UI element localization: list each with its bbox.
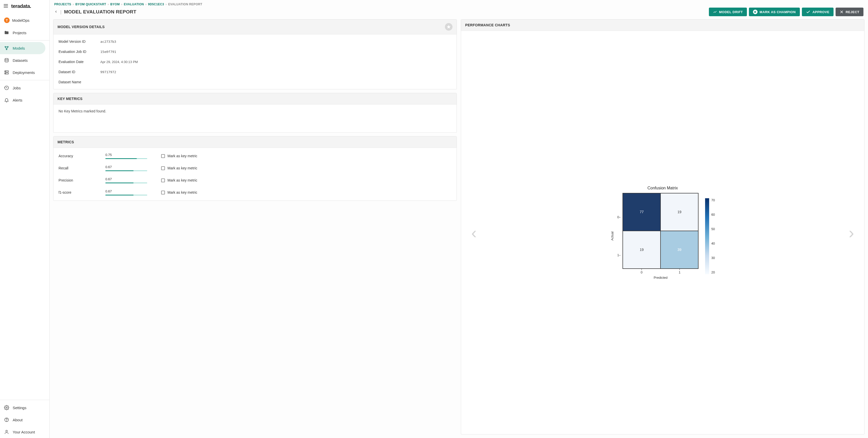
context-badge-icon: T — [4, 18, 10, 23]
chart-xlabel: Predicted — [622, 276, 699, 279]
sidebar-item-label: Settings — [13, 406, 26, 410]
metric-bar — [105, 158, 147, 159]
colorbar-tick: 60 — [711, 213, 715, 216]
star-icon — [446, 25, 451, 29]
mark-key-metric-checkbox[interactable]: Mark as key metric — [161, 178, 452, 182]
sidebar-item-deployments[interactable]: Deployments — [0, 66, 50, 78]
checkbox-icon — [161, 166, 165, 170]
checkbox-icon — [161, 154, 165, 158]
chart-prev-button[interactable]: ‹ — [471, 225, 476, 241]
colorbar-tick: 20 — [711, 270, 715, 274]
performance-title: PERFORMANCE CHARTS — [465, 23, 510, 27]
context-switcher[interactable]: T ModelOps — [0, 14, 50, 27]
y-tick: 1 — [617, 253, 619, 257]
model-drift-button[interactable]: MODEL DRIFT — [709, 8, 747, 16]
mark-key-metric-checkbox[interactable]: Mark as key metric — [161, 166, 452, 170]
sidebar-item-datasets[interactable]: Datasets — [0, 54, 50, 66]
sidebar-item-alerts[interactable]: Alerts — [0, 94, 50, 106]
sidebar-item-label: Your Account — [13, 430, 35, 434]
star-circle-icon: ★ — [753, 10, 757, 14]
metric-value: 0.67 — [105, 190, 156, 193]
detail-label: Evaluation Date — [59, 60, 100, 64]
reject-button[interactable]: REJECT — [836, 8, 863, 16]
mark-key-metric-checkbox[interactable]: Mark as key metric — [161, 191, 452, 195]
close-icon — [840, 10, 844, 14]
mark-key-label: Mark as key metric — [167, 191, 197, 195]
metric-name: Recall — [59, 166, 100, 170]
mark-key-label: Mark as key metric — [167, 166, 197, 170]
confusion-matrix: 77191939 — [622, 193, 699, 269]
alerts-icon — [4, 98, 9, 103]
detail-row: Model Version IDac2737b3 — [54, 36, 457, 46]
svg-point-5 — [6, 49, 7, 49]
svg-line-6 — [6, 47, 6, 49]
metric-bar — [105, 170, 147, 171]
x-tick: 0 — [641, 270, 643, 274]
check-icon — [806, 10, 810, 14]
sidebar-item-label: Models — [13, 46, 25, 50]
approve-button[interactable]: APPROVE — [802, 8, 834, 16]
sidebar-item-about[interactable]: About — [0, 414, 50, 426]
breadcrumb-item[interactable]: EVALUATION — [124, 3, 144, 6]
breadcrumb-item[interactable]: 9D5C1EC3 — [148, 3, 164, 6]
svg-point-9 — [5, 59, 8, 60]
sidebar-item-settings[interactable]: Settings — [0, 402, 50, 414]
drift-icon — [713, 10, 717, 14]
metrics-title: METRICS — [58, 140, 74, 144]
svg-point-4 — [7, 46, 8, 47]
colorbar-tick: 70 — [711, 198, 715, 202]
matrix-cell: 39 — [660, 231, 698, 269]
detail-label: Dataset Name — [59, 80, 100, 84]
metric-bar — [105, 195, 147, 196]
sidebar-item-jobs[interactable]: Jobs — [0, 82, 50, 94]
sidebar-item-label: About — [13, 418, 23, 422]
favorite-star-button[interactable] — [445, 23, 453, 31]
sidebar-item-label: Deployments — [13, 70, 35, 75]
svg-point-3 — [5, 46, 6, 47]
breadcrumb-item[interactable]: BYOM QUICKSTART — [75, 3, 106, 6]
chart-next-button[interactable]: › — [849, 225, 854, 241]
svg-point-15 — [6, 407, 7, 408]
colorbar — [705, 198, 709, 274]
sidebar-item-models[interactable]: Models — [0, 42, 45, 54]
mark-champion-button[interactable]: ★ MARK AS CHAMPION — [749, 8, 800, 16]
chart-title: Confusion Matrix — [647, 186, 678, 191]
settings-icon — [4, 405, 9, 410]
sidebar-item-projects[interactable]: Projects — [0, 27, 50, 39]
models-icon — [4, 45, 9, 50]
metric-row: f1-score0.67Mark as key metric — [54, 186, 457, 199]
back-icon[interactable] — [54, 9, 58, 15]
sidebar-item-label: Alerts — [13, 98, 22, 102]
breadcrumb-item[interactable]: BYOM — [110, 3, 120, 6]
svg-point-17 — [6, 421, 7, 421]
details-card-title: MODEL VERSION DETAILS — [58, 25, 105, 29]
mark-key-metric-checkbox[interactable]: Mark as key metric — [161, 154, 452, 158]
breadcrumb-separator: › — [108, 3, 109, 6]
metric-value: 0.75 — [105, 153, 156, 157]
chart-ylabel: Actual — [610, 231, 614, 240]
breadcrumb-item[interactable]: PROJECTS — [54, 3, 71, 6]
colorbar-tick: 40 — [711, 241, 715, 245]
performance-charts-card: PERFORMANCE CHARTS ‹ › Confusion Matrix … — [461, 19, 864, 434]
metric-row: Accuracy0.75Mark as key metric — [54, 150, 457, 162]
colorbar-tick: 30 — [711, 256, 715, 260]
detail-label: Model Version ID — [59, 39, 100, 43]
breadcrumb-separator: › — [73, 3, 74, 6]
metric-row: Precision0.67Mark as key metric — [54, 174, 457, 186]
hamburger-icon[interactable] — [3, 3, 9, 9]
mark-champion-label: MARK AS CHAMPION — [760, 10, 796, 14]
breadcrumb-separator: › — [146, 3, 147, 6]
mark-key-label: Mark as key metric — [167, 178, 197, 182]
context-label: ModelOps — [12, 18, 29, 23]
key-metrics-empty-text: No Key Metrics marked found. — [59, 109, 106, 113]
mark-key-label: Mark as key metric — [167, 154, 197, 158]
reject-label: REJECT — [846, 10, 859, 14]
breadcrumb: PROJECTS›BYOM QUICKSTART›BYOM›EVALUATION… — [54, 3, 863, 6]
metric-value: 0.67 — [105, 165, 156, 169]
detail-value: Apr 29, 2024, 4:30:13 PM — [100, 60, 138, 64]
detail-row: Evaluation Job ID15e0f791 — [54, 46, 457, 57]
account-icon — [4, 429, 9, 434]
sidebar-item-your-account[interactable]: Your Account — [0, 426, 50, 438]
detail-label: Evaluation Job ID — [59, 49, 100, 54]
detail-value: 15e0f791 — [100, 50, 116, 54]
